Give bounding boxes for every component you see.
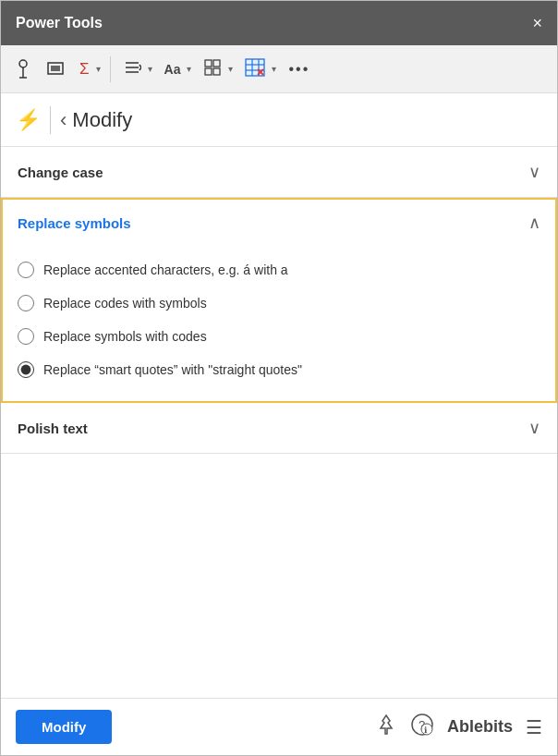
table-group: ▾ — [240, 55, 278, 84]
radio-codes-to-symbols[interactable]: Replace codes with symbols — [18, 287, 540, 320]
replace-symbols-content: Replace accented characters, e.g. á with… — [3, 246, 555, 401]
text-chevron-icon: ▾ — [187, 64, 191, 74]
svg-point-21 — [421, 724, 432, 735]
more-button[interactable]: ••• — [284, 57, 314, 81]
svg-point-0 — [19, 60, 27, 67]
radio-smart-quotes-input[interactable] — [18, 361, 34, 378]
help-icon[interactable]: ? ℹ — [410, 713, 434, 742]
rows-chevron-icon: ▾ — [148, 64, 152, 74]
sigma-group: Σ ▾ — [75, 56, 103, 82]
layers-icon — [46, 61, 65, 78]
radio-accented[interactable]: Replace accented characters, e.g. á with… — [18, 253, 540, 287]
polish-text-section: Polish text ∨ — [1, 403, 557, 454]
footer-icons: ? ℹ Ablebits ☰ — [375, 713, 542, 742]
change-case-chevron-icon: ∨ — [528, 162, 540, 182]
table-chevron-icon: ▾ — [272, 64, 276, 74]
radio-codes-to-symbols-input[interactable] — [18, 295, 34, 311]
layers-tool-button[interactable] — [42, 57, 69, 81]
radio-symbols-to-codes[interactable]: Replace symbols with codes — [18, 320, 540, 353]
modify-button[interactable]: Modify — [16, 710, 112, 744]
sigma-dropdown[interactable]: ▾ — [94, 60, 103, 78]
replace-symbols-title: Replace symbols — [18, 215, 131, 231]
modify-header-divider — [50, 106, 51, 134]
grid-group: ▾ — [199, 55, 235, 84]
pin-icon — [15, 59, 31, 79]
radio-accented-label: Replace accented characters, e.g. á with… — [43, 262, 288, 277]
grid-icon — [203, 58, 222, 80]
svg-rect-9 — [213, 60, 220, 67]
back-arrow-icon: ‹ — [60, 108, 67, 132]
replace-symbols-header[interactable]: Replace symbols ∧ — [3, 200, 555, 246]
svg-rect-11 — [213, 68, 220, 75]
footer: Modify ? ℹ Ablebits ☰ — [1, 698, 557, 755]
modify-header: ⚡ ‹ Modify — [1, 93, 557, 147]
radio-symbols-to-codes-label: Replace symbols with codes — [43, 329, 207, 344]
radio-smart-quotes-label: Replace “smart quotes” with "straight qu… — [43, 362, 302, 377]
more-icon: ••• — [288, 61, 309, 78]
svg-rect-8 — [205, 60, 212, 67]
toolbar: Σ ▾ ▾ — [1, 45, 557, 93]
sigma-icon: Σ — [79, 60, 90, 79]
pushpin-icon[interactable] — [375, 713, 397, 741]
grid-dropdown[interactable]: ▾ — [226, 60, 235, 78]
radio-symbols-to-codes-input[interactable] — [18, 328, 34, 345]
replace-symbols-chevron-icon: ∧ — [528, 213, 540, 233]
change-case-header[interactable]: Change case ∨ — [1, 147, 557, 197]
radio-accented-input[interactable] — [18, 262, 34, 278]
grid-chevron-icon: ▾ — [228, 64, 233, 74]
close-button[interactable]: × — [532, 15, 542, 31]
back-button[interactable]: ‹ Modify — [60, 108, 132, 132]
change-case-section: Change case ∨ — [1, 147, 557, 198]
power-tools-panel: Power Tools × Σ — [0, 0, 558, 756]
rows-dropdown[interactable]: ▾ — [146, 60, 154, 78]
table-icon — [245, 58, 265, 80]
modify-title: Modify — [72, 108, 132, 132]
text-dropdown[interactable]: ▾ — [185, 60, 193, 78]
svg-rect-10 — [205, 68, 212, 75]
svg-rect-4 — [51, 66, 60, 71]
text-group: Aa ▾ — [160, 58, 194, 80]
polish-text-chevron-icon: ∨ — [528, 418, 540, 438]
lightning-icon: ⚡ — [16, 108, 41, 132]
hamburger-icon[interactable]: ☰ — [526, 716, 542, 738]
title-bar: Power Tools × — [1, 1, 557, 45]
table-button[interactable] — [240, 55, 270, 84]
replace-symbols-section: Replace symbols ∧ Replace accented chara… — [1, 198, 557, 403]
change-case-title: Change case — [18, 165, 103, 180]
rows-button[interactable] — [118, 55, 146, 83]
sigma-chevron-icon: ▾ — [96, 64, 101, 74]
polish-text-title: Polish text — [18, 421, 88, 436]
content-spacer — [1, 454, 557, 698]
text-button[interactable]: Aa — [160, 58, 186, 80]
brand-name: Ablebits — [447, 717, 513, 737]
text-icon: Aa — [164, 62, 181, 77]
rows-group: ▾ — [118, 55, 154, 83]
grid-button[interactable] — [199, 55, 226, 84]
panel-title: Power Tools — [16, 15, 103, 31]
rows-icon — [123, 58, 141, 79]
table-dropdown[interactable]: ▾ — [270, 60, 278, 78]
sigma-button[interactable]: Σ — [75, 56, 94, 82]
pin-tool-button[interactable] — [10, 55, 36, 83]
radio-smart-quotes[interactable]: Replace “smart quotes” with "straight qu… — [18, 353, 540, 386]
radio-codes-to-symbols-label: Replace codes with symbols — [43, 296, 207, 311]
polish-text-header[interactable]: Polish text ∨ — [1, 403, 557, 453]
toolbar-divider-1 — [110, 56, 111, 82]
